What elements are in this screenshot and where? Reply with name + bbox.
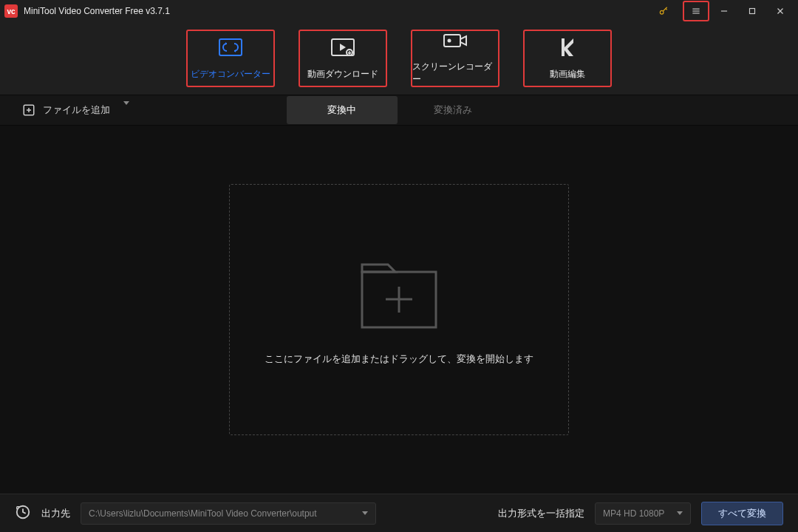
dropzone-message: ここにファイルを追加またはドラッグして、変換を開始します: [265, 352, 533, 366]
convert-all-button[interactable]: すべて変換: [701, 502, 783, 525]
folder-plus-icon: [355, 253, 443, 335]
nav-tab-recorder[interactable]: スクリーンレコーダー: [411, 30, 499, 87]
tab-converted[interactable]: 変換済み: [398, 96, 508, 124]
output-path-value: C:\Users\lizlu\Documents\MiniTool Video …: [89, 508, 317, 519]
dropzone[interactable]: ここにファイルを追加またはドラッグして、変換を開始します: [229, 184, 569, 435]
chevron-down-icon: [677, 511, 683, 515]
nav-tab-download[interactable]: 動画ダウンロード: [299, 30, 387, 87]
status-tab-switch: 変換中 変換済み: [287, 96, 508, 124]
tab-converting[interactable]: 変換中: [287, 96, 398, 124]
nav-tab-label: ビデオコンバーター: [191, 68, 270, 81]
recorder-icon: [443, 31, 468, 50]
converter-icon: [218, 37, 243, 58]
close-button[interactable]: [767, 1, 794, 21]
svg-rect-5: [750, 9, 755, 14]
add-file-button[interactable]: ファイルを追加: [0, 103, 144, 117]
bottombar: 出力先 C:\Users\lizlu\Documents\MiniTool Vi…: [0, 494, 798, 532]
add-file-label: ファイルを追加: [43, 103, 110, 117]
svg-point-0: [660, 10, 664, 14]
window-controls: [650, 1, 794, 21]
svg-marker-13: [460, 36, 466, 45]
main-nav: ビデオコンバーター 動画ダウンロード スクリーンレコーダー: [0, 22, 798, 95]
nav-tab-converter[interactable]: ビデオコンバーター: [186, 30, 275, 87]
chevron-down-icon: [362, 511, 368, 515]
output-format-select[interactable]: MP4 HD 1080P: [595, 502, 691, 525]
workspace: ここにファイルを追加またはドラッグして、変換を開始します: [0, 126, 798, 494]
svg-rect-12: [444, 35, 460, 47]
nav-tab-editor[interactable]: 動画編集: [523, 30, 612, 87]
output-dest-label: 出力先: [41, 507, 70, 520]
chevron-down-icon: [123, 105, 129, 116]
svg-point-14: [448, 39, 451, 43]
minimize-button[interactable]: [711, 1, 737, 21]
nav-tab-label: スクリーンレコーダー: [412, 61, 498, 86]
app-logo-icon: vc: [4, 4, 18, 18]
titlebar: vc MiniTool Video Converter Free v3.7.1: [0, 0, 798, 22]
add-file-icon: [22, 103, 35, 117]
output-path-select[interactable]: C:\Users\lizlu\Documents\MiniTool Video …: [81, 502, 376, 525]
output-format-value: MP4 HD 1080P: [603, 508, 664, 519]
nav-tab-label: 動画ダウンロード: [307, 68, 378, 81]
app-title: MiniTool Video Converter Free v3.7.1: [24, 6, 650, 16]
hamburger-menu-icon[interactable]: [683, 1, 709, 21]
nav-tab-label: 動画編集: [550, 68, 585, 81]
key-icon[interactable]: [650, 1, 677, 21]
history-icon[interactable]: [15, 504, 31, 523]
editor-icon: [557, 37, 578, 58]
download-icon: [330, 37, 355, 58]
output-format-label: 出力形式を一括指定: [498, 507, 584, 520]
svg-marker-10: [340, 44, 346, 51]
toolbar: ファイルを追加 変換中 変換済み: [0, 95, 798, 126]
maximize-button[interactable]: [739, 1, 765, 21]
